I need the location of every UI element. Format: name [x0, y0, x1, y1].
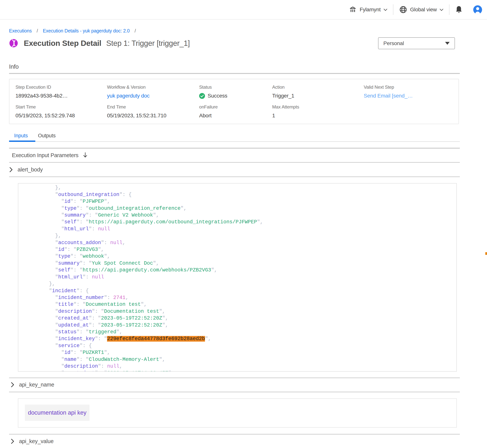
field-status: Status Success [199, 85, 227, 99]
breadcrumb-executions[interactable]: Executions [9, 28, 32, 34]
field-label: Action [272, 85, 294, 90]
field-label: Step Execution ID [16, 85, 68, 90]
field-label: End Time [107, 104, 166, 110]
bell-icon [455, 6, 463, 14]
field-value: 05/19/2023, 15:52:31.710 [107, 113, 166, 119]
org-label: Fylamynt [360, 7, 381, 13]
chevron-right-icon [9, 167, 13, 172]
scrollbar-highlight-marker [485, 252, 487, 255]
top-bar: Fylamynt Global view [0, 0, 487, 20]
param-row-alert-body[interactable]: alert_body [9, 167, 43, 173]
field-onfailure: onFailure Abort [199, 104, 218, 119]
field-value: 18992a43-9538-4b2… [16, 93, 68, 99]
fylamynt-logo-icon [9, 39, 18, 48]
topbar-divider [449, 4, 449, 15]
section-divider [9, 176, 460, 177]
section-divider [9, 377, 460, 378]
execution-input-parameters-header: Execution Input Parameters [12, 152, 88, 159]
execution-step-detail-page: { "topbar": { "org_label": "Fylamynt", "… [0, 0, 487, 448]
field-value: 1 [272, 113, 299, 119]
section-divider [9, 434, 460, 435]
section-divider [9, 392, 460, 392]
field-label: Max Attempts [272, 104, 299, 110]
field-value: Trigger_1 [272, 93, 294, 99]
active-tab-indicator [9, 141, 35, 142]
alert-body-json-viewer[interactable]: "self": "https://api.pagerduty.com/log_e… [18, 183, 457, 372]
page-title: Execution Step Detail [24, 39, 101, 48]
tab-outputs[interactable]: Outputs [33, 133, 61, 141]
breadcrumb-separator: / [37, 28, 38, 34]
workflow-link[interactable]: yuk pagerduty doc [107, 93, 149, 99]
section-divider [9, 148, 460, 149]
title-bar: Execution Step Detail Step 1: Trigger [t… [9, 39, 190, 48]
info-divider [9, 73, 460, 74]
next-step-link[interactable]: Send Email [send_… [364, 93, 413, 99]
notifications-button[interactable] [455, 6, 463, 14]
page-subtitle: Step 1: Trigger [trigger_1] [106, 39, 190, 48]
field-label: onFailure [199, 104, 218, 110]
status-text: Success [208, 93, 227, 99]
info-heading: Info [9, 63, 19, 70]
field-start-time: Start Time 05/19/2023, 15:52:29.748 [16, 104, 75, 119]
param-row-api-key-name[interactable]: api_key_name [11, 382, 54, 388]
globe-icon [399, 6, 407, 14]
chevron-right-icon [11, 382, 14, 387]
param-name: api_key_name [19, 382, 54, 388]
scope-select[interactable]: Personal [378, 37, 455, 49]
field-label: Workflow & Version [107, 85, 149, 90]
scope-select-value: Personal [383, 40, 404, 46]
field-workflow-version: Workflow & Version yuk pagerduty doc [107, 85, 149, 99]
tab-bar: Inputs Outputs [9, 133, 61, 141]
view-switcher[interactable]: Global view [399, 6, 443, 14]
breadcrumb-execution-details[interactable]: Execution Details - yuk pagerduty doc: 2… [43, 28, 130, 34]
chevron-right-icon [11, 439, 14, 444]
field-valid-next-step: Valid Next Step Send Email [send_… [364, 85, 413, 99]
field-value: 05/19/2023, 15:52:29.748 [16, 113, 75, 119]
field-value: Abort [199, 113, 218, 119]
status-badge: Success [199, 93, 227, 99]
field-label: Start Time [16, 104, 75, 110]
tab-bottom-border [35, 141, 460, 142]
org-switcher[interactable]: Fylamynt [349, 6, 387, 14]
field-step-execution-id: Step Execution ID 18992a43-9538-4b2… [16, 85, 68, 99]
field-action: Action Trigger_1 [272, 85, 294, 99]
api-key-name-panel: documentation api key [18, 398, 457, 428]
download-arrow-icon[interactable] [82, 152, 88, 159]
breadcrumb: Executions / Execution Details - yuk pag… [9, 28, 136, 34]
success-check-icon [199, 93, 205, 99]
section-divider [9, 162, 460, 163]
field-max-attempts: Max Attempts 1 [272, 104, 299, 119]
field-label: Status [199, 85, 227, 90]
field-end-time: End Time 05/19/2023, 15:52:31.710 [107, 104, 166, 119]
view-label: Global view [410, 7, 437, 13]
param-row-api-key-value[interactable]: api_key_value [11, 438, 54, 444]
params-heading: Execution Input Parameters [12, 152, 79, 159]
organization-icon [349, 6, 357, 14]
user-avatar[interactable] [473, 5, 482, 14]
select-caret-icon [445, 42, 450, 45]
param-name: api_key_value [19, 438, 54, 444]
api-key-name-chip: documentation api key [25, 405, 89, 421]
chevron-down-icon [383, 8, 387, 11]
chevron-down-icon [440, 8, 443, 11]
tab-inputs[interactable]: Inputs [9, 133, 33, 141]
breadcrumb-separator: / [135, 28, 136, 34]
param-name: alert_body [17, 167, 43, 173]
topbar-divider [393, 4, 393, 15]
field-label: Valid Next Step [364, 85, 413, 90]
json-code: "self": "https://api.pagerduty.com/log_e… [18, 183, 456, 372]
info-card: Step Execution ID 18992a43-9538-4b2… Wor… [9, 79, 459, 124]
